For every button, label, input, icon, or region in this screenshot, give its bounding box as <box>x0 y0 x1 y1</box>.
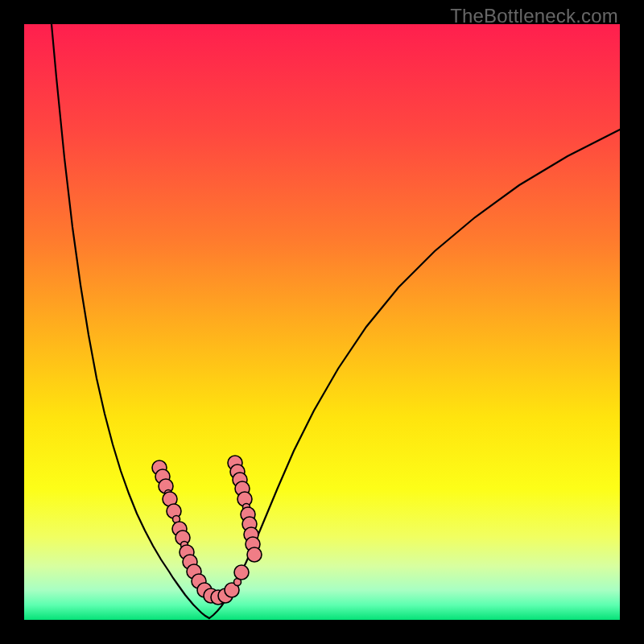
watermark-text: TheBottleneck.com <box>450 5 618 27</box>
plot-area <box>24 24 620 620</box>
marker-dot <box>247 547 262 562</box>
chart-frame: TheBottleneck.com <box>0 0 644 644</box>
highlight-markers <box>152 456 262 605</box>
curve-right-branch <box>209 130 620 618</box>
bottleneck-curve <box>24 24 620 620</box>
marker-dot <box>234 565 249 580</box>
